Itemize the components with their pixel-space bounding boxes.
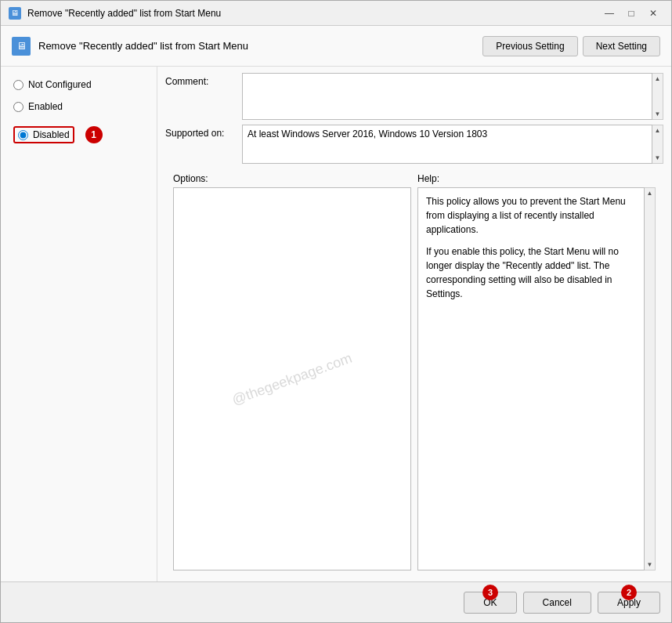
right-panel: Comment: ▲ ▼ Supported on: At least Wind… [157,67,671,581]
maximize-button[interactable]: □ [621,5,641,21]
main-panels: Options: @thegeekpage.com Help: This pol… [165,168,663,575]
title-bar: 🖥 Remove "Recently added" list from Star… [1,1,671,26]
header-left: 🖥 Remove "Recently added" list from Star… [12,37,248,56]
disabled-badge: 1 [85,126,103,143]
help-text: This policy allows you to prevent the St… [426,194,636,301]
title-controls: — □ ✕ [599,5,663,21]
supported-scrollbar[interactable]: ▲ ▼ [652,125,663,164]
disabled-radio[interactable] [18,130,28,140]
supported-row: Supported on: At least Windows Server 20… [165,125,663,164]
radio-group: Not Configured Enabled Disabled 1 [10,74,147,148]
scroll-up-arrow2: ▲ [653,125,663,136]
comment-label: Comment: [165,73,236,87]
header-icon: 🖥 [12,37,31,56]
scroll-down-arrow: ▼ [653,109,663,119]
options-label: Options: [173,173,411,184]
header-title: Remove "Recently added" list from Start … [38,40,248,52]
footer: 3 OK Cancel 2 Apply [1,581,671,622]
previous-setting-button[interactable]: Previous Setting [482,36,577,56]
help-scrollbar[interactable]: ▲ ▼ [645,187,656,570]
not-configured-label: Not Configured [28,79,92,90]
help-paragraph-2: If you enable this policy, the Start Men… [426,244,636,301]
scroll-up-arrow3: ▲ [645,188,655,198]
apply-button[interactable]: 2 Apply [598,592,660,614]
header-buttons: Previous Setting Next Setting [482,36,660,56]
not-configured-option[interactable]: Not Configured [10,74,147,95]
help-label: Help: [417,173,656,184]
content-area: Not Configured Enabled Disabled 1 [1,67,671,581]
scroll-down-arrow3: ▼ [645,560,655,570]
ok-badge: 3 [482,585,498,600]
window-title: Remove "Recently added" list from Start … [27,8,221,19]
close-button[interactable]: ✕ [643,5,663,21]
comment-scrollbar[interactable]: ▲ ▼ [652,73,663,120]
supported-label: Supported on: [165,125,236,139]
supported-value: At least Windows Server 2016, Windows 10… [242,125,652,164]
help-box: This policy allows you to prevent the St… [417,187,645,570]
cancel-button[interactable]: Cancel [523,592,591,614]
scroll-up-arrow: ▲ [653,74,663,84]
dialog-window: 🖥 Remove "Recently added" list from Star… [0,0,672,623]
options-panel: Options: @thegeekpage.com [173,173,411,570]
title-bar-left: 🖥 Remove "Recently added" list from Star… [9,7,221,20]
comment-input[interactable] [242,73,652,120]
ok-button[interactable]: 3 OK [464,592,516,614]
enabled-radio[interactable] [13,102,23,112]
enabled-option[interactable]: Enabled [10,96,147,117]
minimize-button[interactable]: — [599,5,620,21]
help-paragraph-1: This policy allows you to prevent the St… [426,194,636,237]
next-setting-button[interactable]: Next Setting [583,36,660,56]
options-box: @thegeekpage.com [173,187,411,570]
enabled-label: Enabled [28,101,63,112]
not-configured-radio[interactable] [13,80,23,90]
scroll-down-arrow2: ▼ [653,153,663,163]
comment-row: Comment: ▲ ▼ [165,73,663,120]
left-panel: Not Configured Enabled Disabled 1 [1,67,157,581]
window-icon: 🖥 [9,7,21,20]
apply-badge: 2 [621,585,637,600]
help-panel: Help: This policy allows you to prevent … [417,173,656,570]
watermark-text: @thegeekpage.com [230,350,355,408]
disabled-option[interactable]: Disabled 1 [10,121,147,148]
header-bar: 🖥 Remove "Recently added" list from Star… [1,26,671,67]
disabled-label: Disabled [33,129,70,140]
